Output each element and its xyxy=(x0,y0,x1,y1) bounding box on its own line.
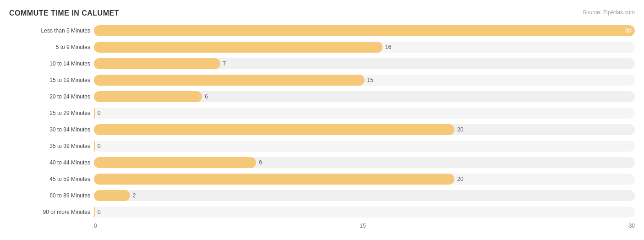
bar-track: 20 xyxy=(94,124,635,135)
bar-row: 20 to 24 Minutes6 xyxy=(9,89,635,104)
bar-label: 15 to 19 Minutes xyxy=(9,77,94,83)
bar-label: 30 to 34 Minutes xyxy=(9,126,94,133)
x-axis: 01530 xyxy=(9,223,635,229)
bar-value: 0 xyxy=(98,209,101,215)
bar-fill: 0 xyxy=(94,207,95,218)
bar-fill: 0 xyxy=(94,108,95,119)
bar-value: 20 xyxy=(457,176,463,182)
bar-fill: 9 xyxy=(94,157,256,168)
bar-track: 2 xyxy=(94,190,635,201)
bar-row: 5 to 9 Minutes16 xyxy=(9,39,635,55)
bar-label: 25 to 29 Minutes xyxy=(9,110,94,116)
bar-label: Less than 5 Minutes xyxy=(9,27,94,34)
bar-value: 15 xyxy=(367,77,373,83)
bar-row: 60 to 89 Minutes2 xyxy=(9,188,635,203)
x-tick: 30 xyxy=(629,223,635,229)
x-tick: 0 xyxy=(94,223,97,229)
bar-track: 16 xyxy=(94,42,635,53)
bar-label: 60 to 89 Minutes xyxy=(9,192,94,199)
bar-row: 90 or more Minutes0 xyxy=(9,204,635,220)
bar-row: 10 to 14 Minutes7 xyxy=(9,56,635,71)
source-label: Source: ZipAtlas.com xyxy=(583,9,635,16)
bar-label: 5 to 9 Minutes xyxy=(9,44,94,50)
bar-value: 20 xyxy=(457,126,463,133)
bar-value: 16 xyxy=(385,44,391,50)
bar-value: 30 xyxy=(625,27,631,34)
bar-track: 0 xyxy=(94,141,635,152)
chart-title: COMMUTE TIME IN CALUMET xyxy=(9,9,635,17)
bar-fill: 6 xyxy=(94,91,202,102)
bar-track: 20 xyxy=(94,174,635,185)
bar-value: 0 xyxy=(98,110,101,116)
bar-value: 9 xyxy=(259,159,262,166)
bar-row: 30 to 34 Minutes20 xyxy=(9,122,635,137)
bar-track: 6 xyxy=(94,91,635,102)
x-axis-inner: 01530 xyxy=(94,223,635,229)
bar-label: 40 to 44 Minutes xyxy=(9,159,94,166)
bar-track: 7 xyxy=(94,58,635,69)
chart-container: COMMUTE TIME IN CALUMET Source: ZipAtlas… xyxy=(0,0,644,240)
bar-fill: 16 xyxy=(94,42,382,53)
bar-fill: 20 xyxy=(94,174,454,185)
bar-row: Less than 5 Minutes30 xyxy=(9,23,635,38)
bar-label: 90 or more Minutes xyxy=(9,209,94,215)
bar-row: 35 to 39 Minutes0 xyxy=(9,138,635,154)
bar-row: 15 to 19 Minutes15 xyxy=(9,72,635,88)
bar-value: 6 xyxy=(205,93,208,100)
bar-fill: 15 xyxy=(94,75,365,86)
bar-fill: 7 xyxy=(94,58,220,69)
bar-fill: 30 xyxy=(94,25,635,36)
bar-fill: 2 xyxy=(94,190,130,201)
bar-fill: 20 xyxy=(94,124,454,135)
bar-label: 10 to 14 Minutes xyxy=(9,60,94,67)
bar-track: 0 xyxy=(94,207,635,218)
bars-area: Less than 5 Minutes305 to 9 Minutes1610 … xyxy=(9,23,635,220)
bar-value: 0 xyxy=(98,143,101,149)
bar-label: 35 to 39 Minutes xyxy=(9,143,94,149)
bar-track: 15 xyxy=(94,75,635,86)
bar-value: 7 xyxy=(223,60,226,67)
bar-row: 40 to 44 Minutes9 xyxy=(9,155,635,170)
x-tick: 15 xyxy=(360,223,366,229)
bar-row: 25 to 29 Minutes0 xyxy=(9,105,635,121)
bar-track: 0 xyxy=(94,108,635,119)
bar-value: 2 xyxy=(133,192,136,199)
bar-fill: 0 xyxy=(94,141,95,152)
bar-track: 9 xyxy=(94,157,635,168)
bar-track: 30 xyxy=(94,25,635,36)
bar-row: 45 to 59 Minutes20 xyxy=(9,171,635,187)
bar-label: 20 to 24 Minutes xyxy=(9,93,94,100)
bar-label: 45 to 59 Minutes xyxy=(9,176,94,182)
